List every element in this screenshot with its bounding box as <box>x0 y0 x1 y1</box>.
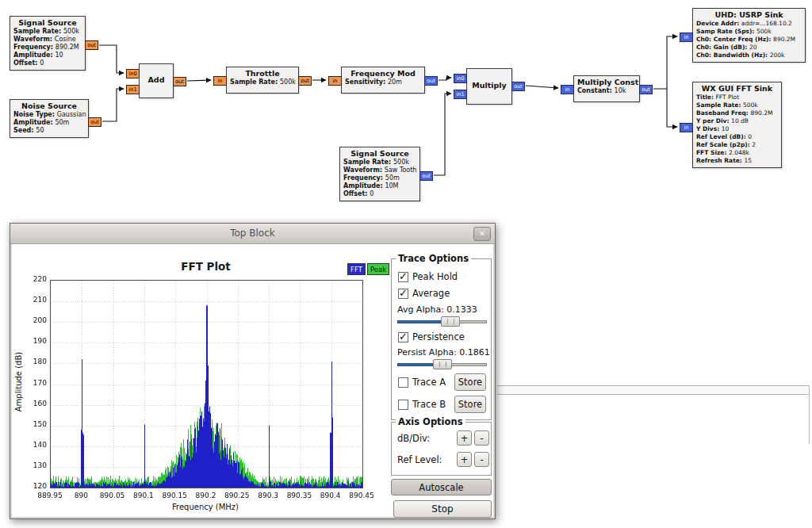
block-param: Samp Rate (Sps): 500k <box>696 28 802 36</box>
stop-button[interactable]: Stop <box>393 500 492 518</box>
port-in[interactable]: in <box>680 123 693 132</box>
block-param: Amplitude: 50m <box>13 119 85 127</box>
connection[interactable] <box>434 94 451 175</box>
window-titlebar[interactable]: Top Block ✕ <box>10 224 495 244</box>
port-out[interactable]: out <box>419 171 433 181</box>
block-signal-source-2[interactable]: Signal SourceSample Rate: 500kWaveform: … <box>339 147 420 201</box>
average-checkbox[interactable] <box>398 289 408 299</box>
port-out[interactable]: out <box>424 76 438 86</box>
block-param: Baseband Freq: 890.2M <box>696 109 778 117</box>
port-in[interactable]: in <box>680 33 693 42</box>
port-out[interactable]: out <box>88 117 102 127</box>
port-in[interactable]: in <box>213 76 227 86</box>
block-param: Ref Level (dB): 0 <box>696 133 778 141</box>
trace-a-store-button[interactable]: Store <box>454 373 486 391</box>
block-add[interactable]: Addin0in1out <box>139 63 174 98</box>
persistence-label: Persistence <box>412 331 465 342</box>
port-out[interactable]: out <box>511 82 525 91</box>
fft-plot-canvas <box>51 281 362 488</box>
block-param: Offset: 0 <box>343 190 416 198</box>
block-param: Amplitude: 10M <box>343 182 416 190</box>
average-label: Average <box>412 288 450 299</box>
connection[interactable] <box>102 89 124 121</box>
window-title: Top Block <box>10 228 495 239</box>
trace-b-checkbox[interactable] <box>398 400 408 410</box>
port-in0[interactable]: in0 <box>126 69 140 78</box>
block-param: Refresh Rate: 15 <box>696 157 778 165</box>
block-multiply-const[interactable]: Multiply ConstConstant: 10kinout <box>573 75 640 102</box>
port-in[interactable]: in <box>328 76 342 86</box>
persist-alpha-slider[interactable] <box>397 359 487 370</box>
port-out[interactable]: out <box>639 85 653 94</box>
y-tick-label: 220 <box>21 275 47 283</box>
block-param: Noise Type: Gaussian <box>13 111 85 119</box>
block-param: Amplitude: 10 <box>13 52 82 59</box>
y-tick-label: 120 <box>21 482 47 490</box>
port-in[interactable]: in <box>561 85 574 94</box>
legend-peak-chip: Peak <box>367 263 389 275</box>
connection[interactable] <box>667 89 677 127</box>
block-param: Ref Scale (p2p): 2 <box>696 141 778 149</box>
y-tick-label: 210 <box>21 296 47 304</box>
port-in0[interactable]: in0 <box>454 74 467 83</box>
trace-options-group: Trace Options Peak Hold Average Avg Alph… <box>391 258 492 420</box>
block-param: Ch0: Center Freq (Hz): 890.2M <box>696 36 802 44</box>
block-param: Sample Rate: 500k <box>13 28 82 36</box>
connection[interactable] <box>187 80 211 81</box>
trace-options-title: Trace Options <box>396 253 471 264</box>
block-param: Sample Rate: 500k <box>230 78 295 86</box>
port-out[interactable]: out <box>298 76 312 86</box>
db-div-label: dB/Div: <box>397 433 430 444</box>
avg-alpha-slider[interactable] <box>397 316 487 327</box>
db-div-plus-button[interactable]: + <box>457 430 472 446</box>
connection[interactable] <box>653 36 677 89</box>
connection[interactable] <box>439 78 451 80</box>
port-in1[interactable]: in1 <box>454 90 467 99</box>
block-param: Waveform: Saw Tooth <box>343 166 416 174</box>
y-tick-label: 160 <box>21 400 47 407</box>
block-throttle[interactable]: ThrottleSample Rate: 500kinout <box>226 67 299 94</box>
x-axis-label: Frequency (MHz) <box>126 503 285 511</box>
block-uhd-usrp-sink[interactable]: UHD: USRP SinkDevice Addr: addr=...168.1… <box>692 8 806 63</box>
block-signal-source-1[interactable]: Signal SourceSample Rate: 500kWaveform: … <box>10 16 86 71</box>
trace-a-checkbox[interactable] <box>398 377 408 388</box>
port-in1[interactable]: in1 <box>126 85 140 94</box>
trace-b-store-button[interactable]: Store <box>454 396 486 413</box>
peak-hold-checkbox[interactable] <box>398 272 408 282</box>
y-tick-label: 130 <box>21 461 47 469</box>
connection[interactable] <box>99 45 124 73</box>
trace-b-label: Trace B <box>412 399 446 410</box>
persistence-checkbox[interactable] <box>398 332 408 342</box>
block-frequency-mod[interactable]: Frequency ModSensitivity: 20minout <box>341 67 425 94</box>
connection[interactable] <box>526 86 558 88</box>
legend-fft-chip: FFT <box>347 263 366 275</box>
block-param: FFT Size: 2.048k <box>696 149 778 157</box>
block-title: Signal Source <box>343 149 416 158</box>
slider-handle[interactable] <box>433 359 452 369</box>
block-noise-source[interactable]: Noise SourceNoise Type: GaussianAmplitud… <box>10 99 89 138</box>
fft-plot[interactable] <box>50 280 363 488</box>
block-param: Ch0: Bandwidth (Hz): 200k <box>696 52 802 59</box>
axis-options-title: Axis Options <box>396 416 465 427</box>
slider-handle[interactable] <box>441 316 460 327</box>
block-multiply[interactable]: Multiplyin0in1out <box>466 68 512 105</box>
background-window-edge <box>809 385 810 444</box>
block-title: Signal Source <box>13 18 82 27</box>
block-param: Y per Div: 10 dB <box>696 117 778 125</box>
y-tick-label: 180 <box>21 358 47 365</box>
block-param: Y Divs: 10 <box>696 125 778 133</box>
block-title: Noise Source <box>13 101 85 110</box>
avg-alpha-value: Avg Alpha: 0.1333 <box>397 304 477 315</box>
ref-level-plus-button[interactable]: + <box>457 452 472 467</box>
port-out[interactable]: out <box>85 40 98 50</box>
y-tick-label: 140 <box>21 441 47 449</box>
window-close-button[interactable]: ✕ <box>473 227 491 241</box>
axis-options-group: Axis Options dB/Div: + - Ref Level: + - <box>391 422 492 476</box>
db-div-minus-button[interactable]: - <box>474 430 489 446</box>
block-wx-gui-fft-sink[interactable]: WX GUI FFT SinkTitle: FFT PlotSample Rat… <box>692 82 782 168</box>
block-title: WX GUI FFT Sink <box>696 84 778 93</box>
port-out[interactable]: out <box>173 77 186 86</box>
block-title: Throttle <box>230 69 295 78</box>
ref-level-minus-button[interactable]: - <box>474 452 489 467</box>
autoscale-button[interactable]: Autoscale <box>391 479 492 495</box>
